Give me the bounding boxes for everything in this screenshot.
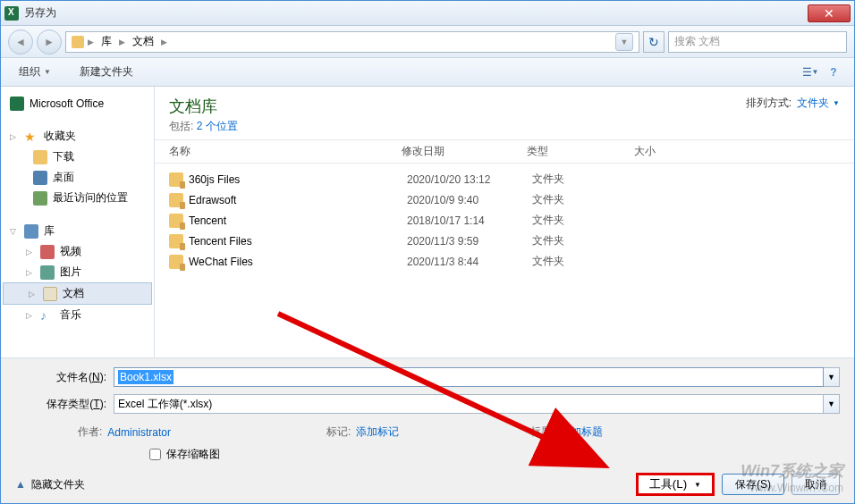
- column-date[interactable]: 修改日期: [402, 144, 527, 159]
- file-row[interactable]: Tencent Files2020/11/3 9:59文件夹: [169, 231, 840, 251]
- title-value[interactable]: 添加标题: [560, 424, 603, 440]
- help-button[interactable]: ?: [824, 63, 843, 82]
- file-name: Tencent Files: [189, 235, 407, 248]
- chevron-down-icon: ▼: [694, 481, 701, 489]
- address-dropdown-button[interactable]: ▼: [615, 33, 633, 51]
- file-type: 文件夹: [532, 172, 639, 187]
- locations-link[interactable]: 2 个位置: [197, 120, 238, 132]
- library-title: 文档库: [169, 96, 238, 117]
- bottom-panel: 文件名(N): Book1.xlsx ▼ 保存类型(T): Excel 工作簿(…: [1, 357, 854, 503]
- sidebar-item-msoffice[interactable]: Microsoft Office: [1, 94, 154, 113]
- sidebar-item-favorites[interactable]: ▷ ★ 收藏夹: [1, 126, 154, 147]
- sidebar-item-pictures[interactable]: ▷ 图片: [1, 262, 154, 282]
- chevron-right-icon: ▶: [161, 38, 167, 46]
- chevron-down-icon: ▼: [44, 68, 51, 76]
- sort-control: 排列方式: 文件夹 ▼: [746, 96, 840, 111]
- folder-icon: [169, 214, 183, 228]
- chevron-down-icon: ▼: [833, 99, 840, 107]
- sort-dropdown[interactable]: 文件夹 ▼: [797, 96, 840, 111]
- folder-icon: [72, 36, 84, 48]
- sidebar-item-documents[interactable]: ▷ 文档: [3, 282, 152, 305]
- tags-label: 标记:: [326, 424, 351, 440]
- sidebar-item-music[interactable]: ▷ ♪ 音乐: [1, 305, 154, 325]
- save-as-dialog: 另存为 ✕ ◄ ► ▶ 库 ▶ 文档 ▶ ▼ ↻ 搜索 文档 组织▼ 新建文件夹…: [0, 0, 855, 504]
- toolbar: 组织▼ 新建文件夹 ☰ ▼ ?: [1, 58, 854, 87]
- forward-button[interactable]: ►: [37, 29, 62, 55]
- title-label: 标题:: [530, 424, 554, 440]
- video-icon: [40, 245, 55, 259]
- chevron-right-icon: ▷: [26, 311, 35, 320]
- file-date: 2020/10/9 9:40: [407, 194, 532, 206]
- titlebar: 另存为 ✕: [1, 1, 854, 26]
- file-row[interactable]: Tencent2018/10/17 1:14文件夹: [169, 210, 840, 231]
- excel-icon: [10, 97, 24, 111]
- author-label: 作者:: [78, 424, 102, 440]
- filename-label: 文件名(N):: [15, 370, 114, 385]
- search-placeholder: 搜索 文档: [674, 34, 720, 49]
- file-list: 360js Files2020/10/20 13:12文件夹Edrawsoft2…: [155, 164, 854, 357]
- file-name: 360js Files: [189, 173, 407, 186]
- thumbnail-checkbox[interactable]: [149, 449, 161, 460]
- breadcrumb-item[interactable]: 文档: [129, 32, 157, 51]
- chevron-right-icon: ▶: [88, 38, 94, 46]
- file-name: Tencent: [189, 214, 407, 227]
- recent-icon: [33, 191, 47, 206]
- folder-icon: [169, 193, 183, 207]
- content-area: 文档库 包括: 2 个位置 排列方式: 文件夹 ▼ 名称 修改日期 类型: [155, 87, 854, 357]
- chevron-up-icon: ▲: [15, 478, 26, 491]
- column-type[interactable]: 类型: [527, 144, 634, 159]
- chevron-right-icon: ▷: [26, 248, 35, 256]
- chevron-right-icon: ▷: [26, 268, 35, 277]
- file-type: 文件夹: [532, 254, 639, 269]
- navbar: ◄ ► ▶ 库 ▶ 文档 ▶ ▼ ↻ 搜索 文档: [1, 26, 854, 58]
- breadcrumb-item[interactable]: 库: [97, 32, 115, 51]
- file-row[interactable]: 360js Files2020/10/20 13:12文件夹: [169, 169, 840, 189]
- back-button[interactable]: ◄: [8, 29, 33, 55]
- column-name[interactable]: 名称: [169, 144, 402, 159]
- tags-value[interactable]: 添加标记: [356, 424, 399, 440]
- refresh-button[interactable]: ↻: [643, 31, 665, 53]
- file-date: 2020/11/3 9:59: [407, 235, 532, 248]
- file-name: WeChat Files: [189, 256, 407, 268]
- cancel-button[interactable]: 取消: [792, 474, 840, 495]
- star-icon: ★: [24, 130, 38, 144]
- sidebar-item-libraries[interactable]: ▽ 库: [1, 221, 154, 241]
- filename-row: 文件名(N): Book1.xlsx ▼: [15, 367, 840, 387]
- thumbnail-row: 保存缩略图: [15, 443, 840, 466]
- file-row[interactable]: WeChat Files2020/11/3 8:44文件夹: [169, 251, 840, 272]
- filename-dropdown-button[interactable]: ▼: [824, 367, 840, 387]
- hide-folders-button[interactable]: ▲ 隐藏文件夹: [15, 477, 85, 492]
- thumbnail-label: 保存缩略图: [166, 447, 220, 462]
- library-icon: [24, 224, 38, 239]
- close-button[interactable]: ✕: [808, 4, 851, 22]
- savetype-select[interactable]: Excel 工作簿(*.xlsx): [114, 394, 824, 414]
- save-button[interactable]: 保存(S): [722, 474, 784, 495]
- sidebar-item-video[interactable]: ▷ 视频: [1, 241, 154, 262]
- search-input[interactable]: 搜索 文档: [668, 31, 847, 53]
- tools-button[interactable]: 工具(L) ▼: [636, 473, 715, 496]
- view-options-button[interactable]: ☰ ▼: [800, 63, 820, 82]
- sidebar-item-desktop[interactable]: 桌面: [1, 167, 154, 188]
- music-icon: ♪: [40, 308, 55, 323]
- window-title: 另存为: [24, 5, 808, 21]
- sidebar-item-downloads[interactable]: 下载: [1, 147, 154, 167]
- desktop-icon: [33, 171, 47, 185]
- document-icon: [43, 287, 57, 301]
- savetype-dropdown-button[interactable]: ▼: [824, 394, 840, 414]
- column-size[interactable]: 大小: [634, 144, 706, 159]
- content-header: 文档库 包括: 2 个位置 排列方式: 文件夹 ▼: [155, 87, 854, 140]
- filename-input[interactable]: Book1.xlsx: [114, 367, 824, 387]
- new-folder-button[interactable]: 新建文件夹: [72, 61, 140, 83]
- sidebar: Microsoft Office ▷ ★ 收藏夹 下载 桌面 最近访问的位置: [1, 87, 155, 357]
- organize-button[interactable]: 组织▼: [12, 61, 58, 83]
- sidebar-item-recent[interactable]: 最近访问的位置: [1, 188, 154, 208]
- address-bar[interactable]: ▶ 库 ▶ 文档 ▶ ▼: [65, 31, 639, 53]
- savetype-row: 保存类型(T): Excel 工作簿(*.xlsx) ▼: [15, 394, 840, 414]
- author-value[interactable]: Administrator: [107, 426, 171, 439]
- file-date: 2020/11/3 8:44: [407, 256, 532, 268]
- folder-icon: [169, 255, 183, 269]
- folder-icon: [169, 234, 183, 248]
- main-area: Microsoft Office ▷ ★ 收藏夹 下载 桌面 最近访问的位置: [1, 87, 854, 357]
- file-date: 2018/10/17 1:14: [407, 214, 532, 227]
- file-row[interactable]: Edrawsoft2020/10/9 9:40文件夹: [169, 189, 840, 210]
